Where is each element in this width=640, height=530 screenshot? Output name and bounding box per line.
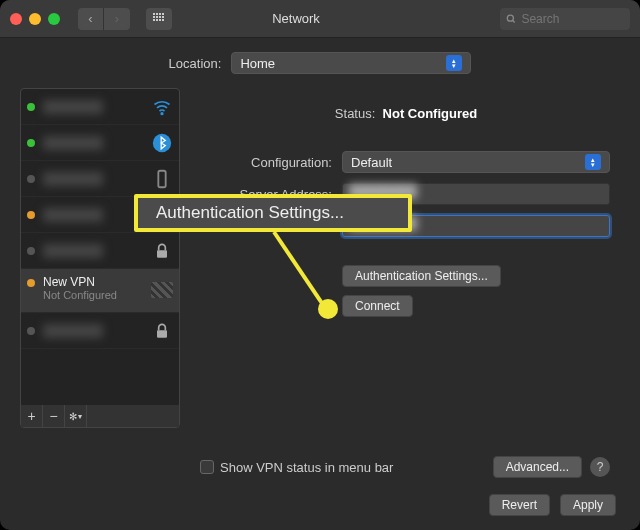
configuration-select[interactable]: Default ▴▾	[342, 151, 610, 173]
bluetooth-icon	[151, 132, 173, 154]
apply-button[interactable]: Apply	[560, 494, 616, 516]
show-vpn-status-checkbox[interactable]	[200, 460, 214, 474]
show-vpn-status-label: Show VPN status in menu bar	[220, 460, 393, 475]
location-value: Home	[240, 56, 275, 71]
status-dot-icon	[27, 327, 35, 335]
search-input[interactable]	[521, 12, 624, 26]
annotation-dot	[318, 299, 338, 319]
service-name	[43, 136, 103, 150]
list-item[interactable]	[21, 125, 179, 161]
titlebar: ‹ › Network	[0, 0, 640, 38]
window-title: Network	[100, 11, 492, 26]
vpn-icon	[151, 279, 173, 301]
configuration-value: Default	[351, 155, 392, 170]
configuration-label: Configuration:	[202, 155, 332, 170]
list-item-new-vpn[interactable]: New VPN Not Configured	[21, 269, 179, 313]
gear-icon: ✻	[69, 411, 77, 422]
status-dot-icon	[27, 139, 35, 147]
svg-rect-4	[158, 170, 165, 187]
list-item[interactable]	[21, 233, 179, 269]
list-item[interactable]	[21, 313, 179, 349]
service-name	[43, 172, 103, 186]
service-name	[43, 244, 103, 258]
svg-rect-6	[157, 330, 167, 338]
wifi-icon	[151, 96, 173, 118]
service-name: New VPN	[43, 275, 117, 289]
revert-button[interactable]: Revert	[489, 494, 550, 516]
bottom-options-row: Show VPN status in menu bar Advanced... …	[200, 456, 610, 478]
phone-icon	[151, 168, 173, 190]
remove-service-button[interactable]: −	[43, 405, 65, 427]
annotation-callout: Authentication Settings...	[134, 194, 412, 232]
status-value: Not Configured	[383, 106, 478, 121]
footer-buttons: Revert Apply	[489, 494, 616, 516]
list-item[interactable]	[21, 89, 179, 125]
main-area: New VPN Not Configured + − ✻▾	[0, 88, 640, 428]
connect-button[interactable]: Connect	[342, 295, 413, 317]
connect-button-row: Connect	[342, 295, 610, 317]
location-row: Location: Home ▴▾	[0, 38, 640, 88]
advanced-button[interactable]: Advanced...	[493, 456, 582, 478]
close-icon[interactable]	[10, 13, 22, 25]
add-service-button[interactable]: +	[21, 405, 43, 427]
sidebar-footer: + − ✻▾	[21, 405, 179, 427]
status-dot-icon	[27, 247, 35, 255]
action-menu-button[interactable]: ✻▾	[65, 405, 87, 427]
chevron-updown-icon: ▴▾	[585, 154, 601, 170]
status-dot-icon	[27, 103, 35, 111]
chevron-updown-icon: ▴▾	[446, 55, 462, 71]
location-select[interactable]: Home ▴▾	[231, 52, 471, 74]
lock-icon	[151, 240, 173, 262]
chevron-down-icon: ▾	[78, 412, 82, 421]
configuration-row: Configuration: Default ▴▾	[202, 151, 610, 173]
zoom-icon[interactable]	[48, 13, 60, 25]
status-label: Status:	[335, 106, 375, 121]
minimize-icon[interactable]	[29, 13, 41, 25]
auth-button-row: Authentication Settings...	[342, 265, 610, 287]
service-name	[43, 100, 103, 114]
search-field[interactable]	[500, 8, 630, 30]
service-name	[43, 208, 103, 222]
service-list[interactable]: New VPN Not Configured + − ✻▾	[20, 88, 180, 428]
status-dot-icon	[27, 175, 35, 183]
lock-icon	[151, 320, 173, 342]
location-label: Location:	[169, 56, 222, 71]
svg-point-0	[507, 15, 513, 21]
traffic-lights	[10, 13, 60, 25]
annotation-text: Authentication Settings...	[156, 203, 344, 223]
help-button[interactable]: ?	[590, 457, 610, 477]
status-dot-icon	[27, 279, 35, 287]
svg-rect-5	[157, 250, 167, 257]
svg-point-2	[161, 112, 163, 114]
authentication-settings-button[interactable]: Authentication Settings...	[342, 265, 501, 287]
search-icon	[506, 13, 516, 25]
list-item[interactable]	[21, 161, 179, 197]
svg-line-1	[513, 20, 515, 22]
detail-pane: Status: Not Configured Configuration: De…	[192, 88, 620, 428]
status-dot-icon	[27, 211, 35, 219]
service-status: Not Configured	[43, 289, 117, 301]
network-prefs-window: ‹ › Network Location: Home ▴▾	[0, 0, 640, 530]
status-row: Status: Not Configured	[202, 106, 610, 121]
service-name	[43, 324, 103, 338]
